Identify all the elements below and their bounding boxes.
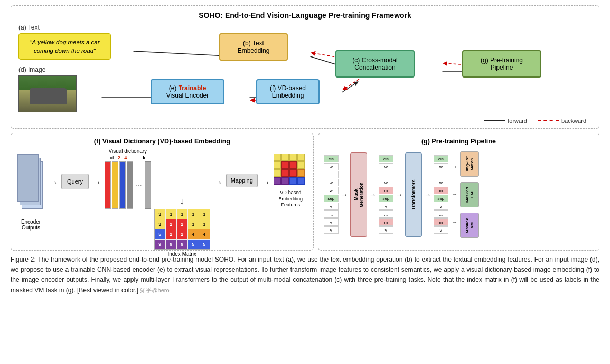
tc3-dots1: ... <box>434 171 448 178</box>
cross-modal-label: (c) Cross-modal Concatenation <box>344 56 406 71</box>
encoder-planes <box>16 154 45 217</box>
visual-encoder-label: (e) Trainable Visual Encoder <box>158 84 217 99</box>
task-maskedvm-label: Masked VM <box>465 217 474 233</box>
vdict-col-blue <box>119 161 126 209</box>
index-matrix-wrapper: 3 3 3 3 3 3 2 2 3 3 5 2 2 <box>154 209 210 257</box>
pt-arrow3: → <box>396 190 403 199</box>
task-arrow1: → <box>452 163 458 170</box>
bottom-right-title: (g) Pre-training Pipeline <box>324 138 594 145</box>
tc2-dots1: ... <box>379 171 393 178</box>
token-col-2: cls w ... w m sep v ... m v <box>379 155 393 234</box>
top-section: SOHO: End-to-End Vision-Language Pre-tra… <box>11 5 599 129</box>
task-maskedvm-box: Masked VM <box>460 213 479 238</box>
idx-3-1: 9 <box>166 240 176 249</box>
tc1-v3: v <box>324 226 339 234</box>
transformer-label: Transformers <box>411 179 416 210</box>
idx-3-4: 5 <box>199 240 210 249</box>
id2: 2 <box>118 155 120 160</box>
tc1-cls: cls <box>324 155 339 162</box>
index-matrix: 3 3 3 3 3 3 2 2 3 3 5 2 2 <box>154 209 210 250</box>
forward-label: forward <box>508 118 527 124</box>
vd-detail: Encoder Outputs → Query → Visual diction… <box>16 148 308 246</box>
vdict-ellipsis: ··· <box>134 181 144 189</box>
pretrain-detail: cls w ... w w sep v ... v v → Mask Gener… <box>324 148 594 241</box>
forward-line <box>484 120 505 121</box>
idx-2-1: 2 <box>166 229 176 239</box>
g3 <box>297 154 305 161</box>
tc2-m1: m <box>379 187 393 194</box>
idx-0-2: 3 <box>177 209 187 219</box>
backward-line <box>538 120 559 121</box>
tc1-v1: v <box>324 203 339 210</box>
plane3 <box>17 154 39 202</box>
encoder-outputs-label: Encoder Outputs <box>21 219 41 231</box>
idx-1-1: 2 <box>166 219 176 229</box>
tc3-sep: sep <box>434 195 448 202</box>
label-a: (a) Text <box>18 24 40 31</box>
tc3-w2: w <box>434 179 448 186</box>
visual-encoder-box: (e) Trainable Visual Encoder <box>151 79 224 104</box>
idx-0-3: 3 <box>188 209 199 219</box>
tc2-v1: v <box>379 203 393 210</box>
query-group: Query <box>61 174 89 189</box>
watermark: 知乎@hero <box>140 287 169 293</box>
vdict-col-gray1 <box>127 161 133 209</box>
idx-2-2: 2 <box>177 229 187 239</box>
vd-embed-top-label: (f) VD-based Embedding <box>264 84 312 99</box>
vdict-id-row: id: 2 4 k <box>110 155 145 160</box>
idx-2-4: 4 <box>199 229 210 239</box>
mask-gen-box: Mask Generation <box>350 152 367 237</box>
idx-2-3: 4 <box>188 229 199 239</box>
pt-arrow4: → <box>424 190 431 199</box>
g7 <box>297 161 305 169</box>
transformer-box: Transformers <box>405 152 422 237</box>
pretrain-top-box: (g) Pre-training Pipeline <box>462 50 541 78</box>
idx-1-2: 2 <box>177 219 187 229</box>
task-arrow3: → <box>452 218 458 226</box>
tc1-w3: w <box>324 187 339 194</box>
tc3-dots2: ... <box>434 210 448 218</box>
query-box: Query <box>61 174 89 189</box>
text-embedding-box: (b) Text Embedding <box>219 33 288 61</box>
task-imgtxt-box: Img-Txt Match <box>460 151 479 177</box>
tc3-cls: cls <box>434 155 448 162</box>
vdict-cols: ··· <box>105 161 151 209</box>
g1 <box>281 154 289 161</box>
task-imgtxt-label: Img-Txt Match <box>465 156 474 171</box>
id4: 4 <box>124 155 127 160</box>
idx-3-2: 9 <box>177 240 187 249</box>
tc2-v2: v <box>379 226 393 234</box>
bottom-left-title: (f) Visual Dictionary (VD)-based Embeddi… <box>16 138 308 145</box>
tc2-cls: cls <box>379 155 393 162</box>
token-col-1: cls w ... w w sep v ... v v <box>324 155 339 234</box>
task-arrows: → → → <box>452 154 458 235</box>
tc3-m2: m <box>434 218 448 226</box>
tc1-w2: w <box>324 179 339 186</box>
pretrain-top-label: (g) Pre-training Pipeline <box>473 56 531 71</box>
idx-3-3: 5 <box>188 240 199 249</box>
down-arrow: ↓ <box>180 196 184 207</box>
vdict-col-yellow <box>112 161 118 209</box>
tc2-w2: w <box>379 179 393 186</box>
arrow3: → <box>213 177 223 188</box>
idx-0-1: 3 <box>166 209 176 219</box>
g13 <box>281 177 289 185</box>
vdict-top-label: Visual dictionary <box>108 148 147 154</box>
vdict-col-gray2 <box>145 161 151 209</box>
caption: Figure 2: The framework of the proposed … <box>11 255 599 295</box>
vd-embed-top-box: (f) VD-based Embedding <box>256 79 320 104</box>
vd-features-group: VD-based Embedding Features <box>274 154 308 208</box>
bottom-right-panel: (g) Pre-training Pipeline cls w ... w w … <box>318 133 599 251</box>
g5 <box>281 161 289 169</box>
vd-cube <box>274 154 308 188</box>
backward-label: backward <box>561 118 586 124</box>
tc3-v1: v <box>434 203 448 210</box>
car-image <box>18 75 77 112</box>
arrow2: → <box>92 177 101 188</box>
tc2-m2: m <box>379 218 393 226</box>
tc2-dots2: ... <box>379 210 393 218</box>
g6 <box>289 161 297 169</box>
idx-1-4: 3 <box>199 219 210 229</box>
g9 <box>281 169 289 177</box>
bottom-left-panel: (f) Visual Dictionary (VD)-based Embeddi… <box>11 133 314 251</box>
